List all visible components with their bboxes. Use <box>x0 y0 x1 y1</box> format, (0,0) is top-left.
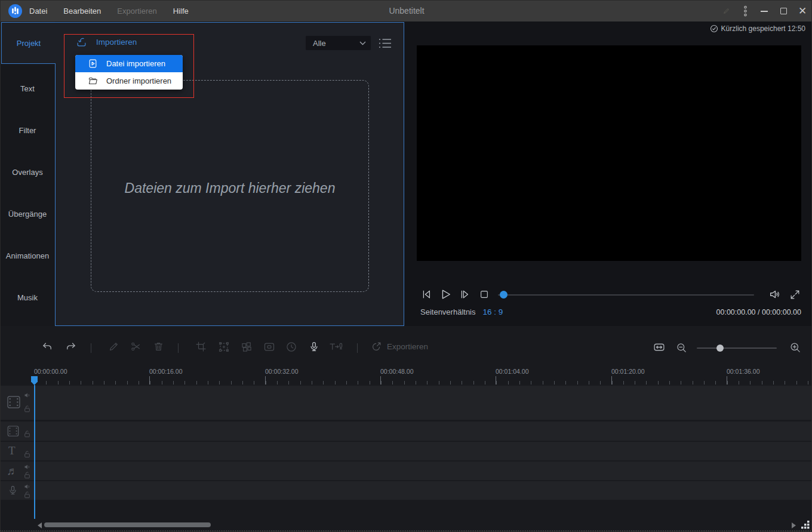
ruler-label: 00:00:00.00 <box>34 368 67 375</box>
speaker-icon[interactable] <box>24 483 31 490</box>
cut-button[interactable] <box>130 341 142 352</box>
ruler-label: 00:01:20.00 <box>611 368 644 375</box>
menu-datei[interactable]: Datei <box>29 7 47 16</box>
titlebar: Datei Bearbeiten Exportieren Hilfe Unbet… <box>1 1 812 21</box>
menu-item-label: Ordner importieren <box>106 76 171 85</box>
sidebar-item-overlays[interactable]: Overlays <box>1 168 54 177</box>
duration-button[interactable] <box>285 341 297 353</box>
media-filter-value: Alle <box>306 39 359 48</box>
menu-item-ordner-importieren[interactable]: Ordner importieren <box>75 72 183 90</box>
saved-check-icon <box>710 24 718 33</box>
zoom-in-icon[interactable] <box>789 342 801 353</box>
timeline-scrollbar-thumb[interactable] <box>44 522 211 527</box>
sidebar-item-projekt[interactable]: Projekt <box>1 22 56 64</box>
speaker-icon[interactable] <box>24 392 31 399</box>
sidebar-item-musik[interactable]: Musik <box>1 293 54 302</box>
undo-button[interactable] <box>41 341 54 353</box>
window-controls: ✕ <box>722 1 807 21</box>
fullscreen-icon[interactable] <box>789 289 801 300</box>
list-view-icon[interactable] <box>379 38 392 49</box>
maximize-button[interactable] <box>779 7 788 16</box>
import-dropdown-menu: Datei importieren Ordner importieren <box>75 55 183 90</box>
close-button[interactable]: ✕ <box>798 7 807 16</box>
music-track-header: ♬ <box>1 462 35 480</box>
timeline-zoom-thumb[interactable] <box>716 345 724 352</box>
ruler-label: 00:00:16.00 <box>149 368 182 375</box>
timeline-ruler[interactable]: 00:00:00.00 00:00:16.00 00:00:32.00 00:0… <box>1 365 812 385</box>
sidebar-item-uebergaenge[interactable]: Übergänge <box>1 210 54 219</box>
lock-open-icon[interactable] <box>24 471 30 479</box>
menu-item-datei-importieren[interactable]: Datei importieren <box>75 55 183 72</box>
fit-timeline-button[interactable] <box>653 341 666 353</box>
toolbar-separator <box>357 343 358 353</box>
mosaic-button[interactable] <box>241 341 253 353</box>
aspect-ratio-value[interactable]: 16 : 9 <box>483 307 503 316</box>
window-bottom-edge <box>1 530 812 531</box>
freeze-frame-button[interactable] <box>263 341 275 353</box>
import-button-label: Importieren <box>96 38 137 47</box>
text-to-speech-button[interactable] <box>328 341 344 353</box>
toolbar-separator <box>91 343 91 353</box>
voiceover-track-lane[interactable] <box>1 481 812 500</box>
video-track-header <box>1 386 35 420</box>
import-button[interactable]: Importieren <box>76 36 137 48</box>
video-track-icon <box>7 395 21 409</box>
menu-exportieren[interactable]: Exportieren <box>117 7 156 16</box>
seek-slider-thumb[interactable] <box>500 291 508 299</box>
import-dropzone[interactable]: Dateien zum Import hierher ziehen <box>91 80 369 292</box>
music-track-lane[interactable]: ♬ <box>1 462 812 480</box>
sidebar-item-animationen[interactable]: Animationen <box>1 251 54 260</box>
ruler-label: 00:01:04.00 <box>496 368 528 375</box>
scroll-right-icon[interactable] <box>792 522 796 528</box>
text-track-lane[interactable]: T <box>1 442 812 460</box>
menu-bearbeiten[interactable]: Bearbeiten <box>63 7 101 16</box>
export-button[interactable]: Exportieren <box>371 341 428 352</box>
lock-open-icon[interactable] <box>24 405 30 413</box>
minimize-button[interactable] <box>760 7 768 16</box>
text-track-icon: T <box>8 445 16 456</box>
sidebar-item-filter[interactable]: Filter <box>1 126 54 135</box>
ruler-label: 00:00:48.00 <box>380 368 413 375</box>
resize-grip[interactable] <box>801 520 810 530</box>
speaker-icon[interactable] <box>24 463 31 471</box>
previous-frame-button[interactable] <box>420 288 432 300</box>
zoom-out-icon[interactable] <box>676 342 687 353</box>
zoom-frame-button[interactable] <box>218 341 230 353</box>
sidebar-item-text[interactable]: Text <box>1 84 54 93</box>
kebab-menu-icon[interactable] <box>741 7 749 16</box>
play-button[interactable] <box>439 288 452 301</box>
voiceover-button[interactable] <box>309 341 319 353</box>
text-track-header: T <box>1 442 35 460</box>
ruler-label: 00:00:32.00 <box>265 368 298 375</box>
stop-button[interactable] <box>479 290 489 299</box>
menu-hilfe[interactable]: Hilfe <box>173 7 189 16</box>
dropzone-hint-text: Dateien zum Import hierher ziehen <box>91 180 368 196</box>
scroll-left-icon[interactable] <box>38 522 42 528</box>
media-panel: Dateien zum Import hierher ziehen Import… <box>55 22 404 326</box>
lock-open-icon[interactable] <box>24 491 30 499</box>
seek-slider[interactable] <box>498 294 754 296</box>
saved-status: Kürzlich gespeichert 12:50 <box>710 24 805 33</box>
timeline-zoom-slider[interactable] <box>697 348 777 349</box>
next-frame-button[interactable] <box>459 288 470 300</box>
voiceover-track-header <box>1 481 35 500</box>
lock-open-icon[interactable] <box>24 430 30 438</box>
app-window: Datei Bearbeiten Exportieren Hilfe Unbet… <box>0 0 812 532</box>
pencil-icon[interactable] <box>722 7 730 16</box>
export-button-label: Exportieren <box>387 342 428 351</box>
delete-button[interactable] <box>153 341 164 352</box>
crop-button[interactable] <box>195 341 207 352</box>
music-track-icon: ♬ <box>7 465 18 476</box>
lock-open-icon[interactable] <box>24 450 30 458</box>
aspect-ratio-label: Seitenverhältnis <box>420 307 476 316</box>
media-filter-dropdown[interactable]: Alle <box>306 36 371 50</box>
playhead-line[interactable] <box>34 385 35 519</box>
pip-track-lane[interactable] <box>1 422 812 441</box>
redo-button[interactable] <box>64 341 77 353</box>
edit-button[interactable] <box>108 341 119 352</box>
ruler-label: 00:01:36.00 <box>727 368 759 375</box>
volume-icon[interactable] <box>768 288 782 301</box>
video-track-lane[interactable] <box>1 386 812 420</box>
import-icon <box>76 36 87 48</box>
timeline-section: Exportieren 00:00:00.00 00:00:16.00 00:0… <box>1 326 812 532</box>
